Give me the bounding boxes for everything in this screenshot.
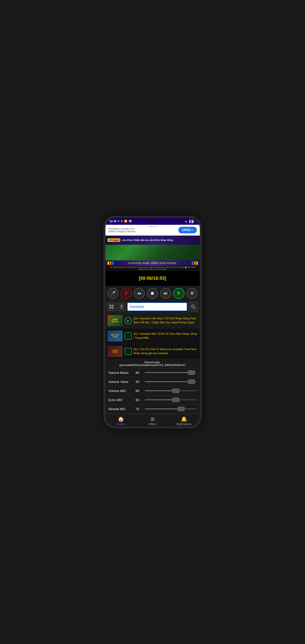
nav-label-notifications: Notifications [176,423,191,426]
nav-icon-notifications: 🔔 [181,416,187,422]
ad-domain: developers.google.com [108,227,136,230]
volume-value-3: 60 [136,398,143,402]
prev-icon: ⏮ [137,291,141,296]
wifi-icon: ▲ [185,220,187,223]
volume-value-2: 60 [136,389,143,393]
status-bar: 12:40 ℹ ⬇ 📶 😊 ▲ ▐ ▓ ● [105,218,200,225]
phone-frame: 12:40 ℹ ⬇ 📶 😊 ▲ ▐ ▓ ● Test Ad developers… [103,216,202,429]
slider-thumb-4[interactable] [178,407,185,411]
playlist-title-2: [2]-> Karaoke Một Cõi Đi Về Tone Nam Nhạ… [134,332,198,340]
karaoke-badge: KARAOKE NHẠC SỐNG HOÀI PHONG [105,260,200,266]
svg-line-8 [194,307,195,309]
slider-track-3[interactable] [145,399,197,400]
nav-item-online[interactable]: 🏠 Online [105,414,137,427]
checkbox-3: □ [125,348,132,355]
next-button[interactable]: ⏭ [160,288,171,299]
record-path-value: ge/emulated/0/Download/Karaoke/FILE_WAV/… [108,364,197,367]
bottom-nav: 🏠 Online ⊞ Offline 🔔 Notifications [105,414,200,427]
battery-dot: ● [195,220,196,222]
svg-rect-3 [109,307,111,309]
settings-button[interactable]: ⚙ [186,288,198,299]
video-overlay-bar: HPOrgan Liên Khúc Chiều Sân Ga Liên Khúc… [105,236,200,245]
volume-value-4: 70 [136,407,143,411]
search-bar [105,301,200,313]
download-icon: ⬇ [121,220,123,222]
settings-icon: ⚙ [190,291,194,296]
stop-button[interactable]: ⏹ [147,288,158,299]
slider-track-1[interactable] [145,381,197,382]
stop-icon: ⏹ [150,291,154,296]
play-icon-1: ▶ [127,319,129,322]
nav-label-online: Online [117,423,125,426]
thumbnail-1: CHIỀUSÂN GA [107,315,123,326]
karaoke-label: KARAOKE NHẠC SỐNG HOÀI PHONG [115,262,190,264]
ad-info: developers.google.com AdMob Adaptive Ban… [108,227,136,233]
slider-track-4[interactable] [145,408,197,409]
ad-open-button[interactable]: OPEN » [178,227,197,233]
camera-notch [151,220,154,223]
slider-fill-3 [145,399,176,400]
svg-rect-1 [109,305,111,306]
playlist-item-3[interactable]: TÌM EMCÂU VÍ □ [3]-> Tìm Em Câu Ví Sông … [105,344,200,359]
subscribe-bar: CÁC BẠN ĐANG HÁT KARAOKE KÊNH HOÀI PHONG… [105,266,200,271]
play-indicator-1: ▶ [125,317,132,324]
slider-thumb-3[interactable] [172,398,179,402]
battery-icon: ▓ [191,220,193,223]
voice-button[interactable]: 🗣 [173,288,184,299]
search-input[interactable] [127,302,187,311]
playlist-title-3: [3]-> Tìm Em Câu Ví Sông Lam Karaoke Ton… [134,347,198,355]
volume-section: Volume Music 90 Volume Voice 90 Volume M… [105,368,200,414]
slider-fill-1 [145,381,191,382]
slider-track-0[interactable] [145,372,197,373]
info-icon: ℹ [118,220,119,222]
grid-button[interactable] [107,302,116,311]
sim-icon: 📶 [124,220,127,222]
slider-fill-2 [145,390,176,391]
record-path-label: Record path: [108,361,197,364]
playlist-title-1: [1]-> Karaoke Liên Khúc Trữ Tình Nhạc Số… [134,317,198,324]
badge-stripes [107,261,114,265]
volume-label-3: Echo MIC [108,398,134,402]
phone-screen: 12:40 ℹ ⬇ 📶 😊 ▲ ▐ ▓ ● Test Ad developers… [105,218,200,427]
svg-rect-4 [112,307,114,309]
badge-stripes-right [192,261,198,265]
next-icon: ⏭ [164,291,168,296]
volume-label-0: Volume Music [108,371,134,375]
ad-title: AdMob Adaptive Banner [108,230,136,233]
volume-row-1: Volume Voice 90 [105,377,200,386]
slider-thumb-1[interactable] [188,379,195,384]
playlist-item-1[interactable]: CHIỀUSÂN GA ▶ [1]-> Karaoke Liên Khúc Tr… [105,313,200,328]
volume-row-0: Volume Music 90 [105,368,200,377]
video-time: [00:06/16:53] [139,276,166,281]
record-icon [124,291,128,296]
nav-item-offline[interactable]: ⊞ Offline [137,414,168,427]
volume-value-1: 90 [136,380,143,384]
mic-icon: 🎤 [110,291,116,296]
search-icon [191,304,196,309]
slider-thumb-2[interactable] [172,388,179,393]
record-button[interactable] [121,288,132,299]
nav-item-notifications[interactable]: 🔔 Notifications [168,414,200,427]
record-path-section: Record path: ge/emulated/0/Download/Kara… [105,359,200,368]
status-right: ▲ ▐ ▓ ● [185,220,196,223]
slider-thumb-0[interactable] [188,370,195,375]
ad-label: Test Ad [148,225,157,228]
playlist-item-2[interactable]: MỘT CÕIĐI VỀ □ [2]-> Karaoke Một Cõi Đi … [105,328,200,344]
player-controls: 🎤 ⏮ ⏹ ⏭ 🗣 ⚙ [105,286,200,301]
status-left: 12:40 ℹ ⬇ 📶 😊 [109,220,132,223]
checkbox-2: □ [125,332,132,340]
ad-banner: Test Ad developers.google.com AdMob Adap… [105,225,200,236]
svg-rect-2 [112,305,114,306]
voice-icon [119,304,124,309]
prev-button[interactable]: ⏮ [134,288,145,299]
smiley-icon: 😊 [129,220,132,222]
voice-search-button[interactable] [117,302,126,311]
time-display: 12:40 [109,220,117,223]
mic-button[interactable]: 🎤 [107,288,119,299]
grid-icon [109,304,114,309]
slider-track-2[interactable] [145,390,197,391]
search-button[interactable] [188,302,198,312]
volume-label-4: Reverb MIC [108,407,134,411]
volume-row-3: Echo MIC 60 [105,396,200,405]
volume-label-2: Volume MIC [108,389,134,393]
